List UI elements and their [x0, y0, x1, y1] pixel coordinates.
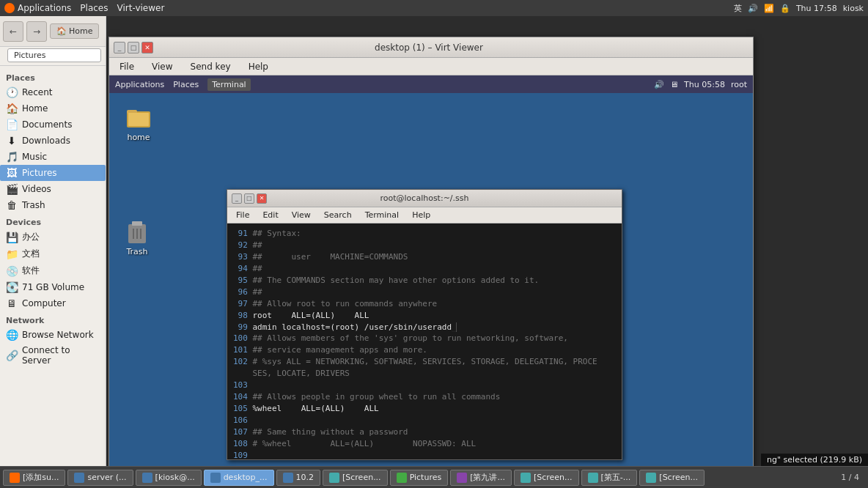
term-maximize-button[interactable]: □ [244, 193, 254, 204]
term-line-91: 91 ## Syntax: [233, 228, 616, 240]
term-menu-search[interactable]: Search [321, 209, 355, 221]
back-button[interactable]: ← [3, 21, 23, 42]
task-screen1[interactable]: [Screen... [323, 470, 388, 486]
virt-maximize-button[interactable]: □ [128, 42, 139, 53]
term-line-93: 93 ## user MACHINE=COMMANDS [233, 251, 616, 263]
documents-label: Documents [22, 119, 72, 130]
address-label: Pictures [14, 51, 46, 60]
music-label: Music [22, 152, 47, 162]
trash-desktop-icon[interactable]: Trash [124, 218, 150, 256]
task-desktop-icon [210, 473, 221, 483]
home-button[interactable]: 🏠 Home [50, 23, 99, 39]
devices-section-header: Devices [0, 213, 106, 229]
places-section-header: Places [0, 69, 106, 84]
term-body[interactable]: 91 ## Syntax: 92 ## 93 ## user MACHINE=C… [227, 223, 622, 459]
home-folder-icon: 🏠 [6, 103, 18, 114]
kiosk-label: kiosk [843, 4, 864, 13]
virt-minimize-button[interactable]: _ [114, 42, 125, 53]
task-lecture9[interactable]: [第九讲... [450, 470, 512, 486]
downloads-label: Downloads [22, 136, 70, 146]
task-screen1-label: [Screen... [342, 473, 381, 482]
term-line-103: 103 [233, 380, 616, 391]
virt-menu-help[interactable]: Help [244, 60, 273, 73]
term-line-96: 96 ## [233, 286, 616, 298]
inner-terminal[interactable]: Terminal [207, 78, 251, 91]
sidebar-item-connect-server[interactable]: 🔗 Connect to Server [0, 343, 106, 368]
sidebar-item-music[interactable]: 🎵 Music [0, 149, 106, 165]
task-lecture5[interactable]: [第五-... [581, 470, 638, 486]
task-server-icon [74, 473, 84, 483]
pager: 1 / 4 [841, 473, 865, 482]
sidebar-item-pictures[interactable]: 🖼 Pictures [0, 165, 106, 181]
virt-win-buttons: _ □ ✕ [114, 42, 153, 53]
task-screen2[interactable]: [Screen... [514, 470, 579, 486]
term-line-104: 104 ## Allows people in group wheel to r… [233, 391, 616, 403]
sidebar-item-computer[interactable]: 🖥 Computer [0, 295, 106, 311]
term-line-101: 101 ## service management apps and more. [233, 344, 616, 356]
pictures-icon: 🖼 [6, 167, 18, 179]
sidebar-item-software[interactable]: 💿 软件 [0, 262, 106, 279]
trash-icon: 🗑 [6, 199, 18, 211]
task-screen3[interactable]: [Screen... [639, 470, 705, 486]
sidebar-item-volume[interactable]: 💽 71 GB Volume [0, 279, 106, 295]
sidebar-item-trash[interactable]: 🗑 Trash [0, 197, 106, 213]
task-pictures-icon [397, 473, 407, 483]
virt-close-button[interactable]: ✕ [141, 42, 153, 53]
task-pictures[interactable]: Pictures [390, 470, 449, 486]
inner-applications[interactable]: Applications [115, 80, 164, 89]
applications-menu[interactable]: Applications [4, 3, 71, 13]
volume-icon: 🔊 [748, 4, 758, 13]
task-desktop[interactable]: desktop_... [204, 470, 274, 486]
virt-content: Applications Places Terminal 🔊 🖥 Thu 05:… [109, 75, 753, 468]
documents-icon: 📄 [6, 119, 18, 130]
pictures-label: Pictures [22, 168, 57, 178]
fm-toolbar: ← → 🏠 Home [0, 16, 106, 47]
virt-menu-view[interactable]: View [147, 60, 177, 73]
term-minimize-button[interactable]: _ [232, 193, 242, 204]
sidebar-item-recent[interactable]: 🕐 Recent [0, 84, 106, 100]
applications-label: Applications [18, 3, 71, 13]
sidebar-item-downloads[interactable]: ⬇ Downloads [0, 133, 106, 149]
term-menu-terminal[interactable]: Terminal [362, 209, 402, 221]
sidebar-item-documents[interactable]: 📄 Documents [0, 117, 106, 133]
virt-titlebar: _ □ ✕ desktop (1) – Virt Viewer [109, 37, 753, 58]
svg-rect-2 [128, 113, 149, 126]
term-menu-edit[interactable]: Edit [260, 209, 281, 221]
home-folder-img [124, 101, 153, 130]
term-menu-file[interactable]: File [233, 209, 252, 221]
term-line-108: 108 # %wheel ALL=(ALL) NOPASSWD: ALL [233, 438, 616, 450]
network-icon: 📶 [764, 4, 774, 13]
virt-menu-file[interactable]: File [115, 60, 139, 73]
forward-button[interactable]: → [26, 21, 47, 42]
inner-time: Thu 05:58 [684, 80, 725, 89]
task-server[interactable]: server (... [67, 470, 133, 486]
task-screen3-label: [Screen... [659, 473, 698, 482]
sidebar-item-docs[interactable]: 📁 文档 [0, 245, 106, 262]
task-kiosk[interactable]: [kiosk@... [136, 470, 202, 486]
address-tab[interactable]: Pictures [7, 48, 101, 62]
term-menu-view[interactable]: View [289, 209, 314, 221]
sidebar-item-office[interactable]: 💾 办公 [0, 229, 106, 245]
virt-viewer-taskbar[interactable]: Virt-viewer [117, 3, 164, 13]
task-lecture9-label: [第九讲... [470, 472, 505, 483]
task-pictures-label: Pictures [410, 473, 442, 482]
home-desktop-icon[interactable]: home [124, 101, 153, 142]
term-menu-help[interactable]: Help [409, 209, 433, 221]
lock-icon: 🔒 [780, 4, 790, 13]
term-line-109: 109 [233, 450, 616, 459]
term-close-button[interactable]: ✕ [257, 193, 267, 204]
task-addsu[interactable]: [添加su... [3, 470, 65, 486]
sidebar-item-home[interactable]: 🏠 Home [0, 100, 106, 117]
inner-topbar-right: 🔊 🖥 Thu 05:58 root [654, 80, 747, 89]
sidebar-item-videos[interactable]: 🎬 Videos [0, 181, 106, 197]
places-menu[interactable]: Places [80, 3, 108, 13]
inner-places[interactable]: Places [173, 80, 199, 89]
trash-label: Trash [22, 200, 45, 210]
music-icon: 🎵 [6, 151, 18, 163]
taskbar: [添加su... server (... [kiosk@... desktop_… [0, 466, 868, 488]
sidebar-item-browse-network[interactable]: 🌐 Browse Network [0, 327, 106, 343]
term-menubar: File Edit View Search Terminal Help [227, 207, 622, 223]
virt-menu-sendkey[interactable]: Send key [186, 60, 235, 73]
term-win-buttons: _ □ ✕ [232, 193, 267, 204]
task-102[interactable]: 10.2 [276, 470, 321, 486]
